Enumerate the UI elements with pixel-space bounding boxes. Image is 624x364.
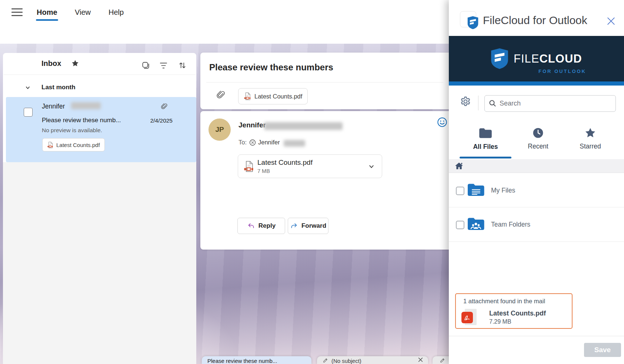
attachment-found-box[interactable]: 1 attachment found in the mail Latest Co…	[455, 293, 573, 329]
search-box	[484, 95, 616, 112]
recipient-presence-icon	[249, 139, 256, 146]
save-button[interactable]: Save	[584, 343, 621, 357]
search-input[interactable]	[484, 95, 616, 112]
star-icon	[584, 127, 597, 139]
avatar[interactable]: JP	[208, 118, 231, 141]
to-recipient-name[interactable]: Jennifer	[258, 139, 280, 146]
attachment-file-name: Latest Counts.pdf	[257, 158, 313, 167]
wordmark-bold: CLOUD	[539, 52, 582, 65]
toolbar: New mail	[0, 23, 449, 44]
pdf-file-icon	[243, 160, 254, 173]
docked-message-tab-label: Please review these numb...	[207, 358, 277, 364]
tab-recent-label: Recent	[528, 143, 548, 150]
pdf-file-icon	[47, 141, 53, 148]
tab-all-files[interactable]: All Files	[456, 119, 515, 156]
pdf-file-icon	[244, 92, 251, 100]
filecloud-tagline: FOR OUTLOOK	[514, 69, 586, 74]
folder-row-my-files[interactable]: My Files	[449, 173, 624, 207]
team-folders-checkbox[interactable]	[456, 221, 464, 229]
subject-divider	[206, 82, 443, 83]
filecloud-banner: FILECLOUD FOR OUTLOOK	[449, 36, 624, 81]
docked-message-tab[interactable]: Please review these numb...	[202, 356, 311, 364]
mail-sender: Jennifer	[42, 103, 65, 110]
attachment-found-name: Latest Counts.pdf	[489, 310, 546, 317]
search-icon	[489, 100, 496, 107]
group-label[interactable]: Last month	[41, 84, 76, 91]
docked-compose-tab[interactable]: (No subject)	[317, 356, 428, 364]
message-attachment-card[interactable]: Latest Counts.pdf 7 MB	[238, 154, 382, 178]
pencil-icon	[440, 357, 446, 363]
subject-card: Please review these numbers Latest Count…	[200, 53, 449, 109]
reply-button[interactable]: Reply	[237, 218, 285, 234]
folder-row-team-folders[interactable]: Team Folders	[449, 207, 624, 242]
mail-list-item[interactable]: Jennifer Please review these numb... 2/4…	[6, 97, 196, 162]
close-panel-icon[interactable]	[607, 17, 615, 25]
tab-help[interactable]: Help	[109, 8, 124, 17]
my-files-label: My Files	[491, 187, 515, 194]
forward-label: Forward	[301, 222, 326, 230]
app-window: Home View Help New mail	[0, 0, 624, 364]
attachment-paperclip-icon	[161, 103, 168, 111]
select-messages-icon[interactable]	[141, 61, 150, 70]
tab-recent[interactable]: Recent	[508, 119, 568, 156]
pencil-icon	[323, 357, 328, 363]
attachment-file-size: 7 MB	[257, 168, 270, 174]
header-attachment-name: Latest Counts.pdf	[254, 93, 302, 100]
docked-compose-tab-label: (No subject)	[331, 358, 361, 364]
filecloud-addin-panel: FileCloud for Outlook FILECLOUD FOR OUTL…	[449, 0, 624, 364]
tools-divider	[478, 96, 478, 110]
folder-icon	[478, 127, 493, 139]
home-icon[interactable]	[455, 162, 463, 170]
mail-attachment-chip[interactable]: Latest Counts.pdf	[42, 138, 105, 151]
settings-gear-icon[interactable]	[458, 94, 473, 108]
mail-item-checkbox[interactable]	[24, 108, 33, 117]
filecloud-shield-icon	[467, 16, 478, 30]
close-icon[interactable]	[418, 357, 423, 362]
team-folders-label: Team Folders	[491, 221, 530, 228]
attachment-found-size: 7.29 MB	[489, 318, 511, 325]
filecloud-logo-shield-icon	[491, 48, 508, 69]
addin-title: FileCloud for Outlook	[483, 14, 587, 27]
reply-label: Reply	[258, 222, 276, 230]
mail-subject: Please review these numb...	[42, 117, 139, 124]
active-tab-underline	[460, 157, 511, 158]
to-label: To:	[238, 139, 247, 146]
mail-date: 2/4/2025	[141, 117, 173, 124]
mail-list-empty-area	[3, 162, 196, 364]
hamburger-menu-icon[interactable]	[11, 8, 23, 16]
my-files-checkbox[interactable]	[456, 187, 464, 195]
accent-bar	[449, 81, 624, 86]
forward-button[interactable]: Forward	[288, 218, 328, 234]
attachments-paperclip-icon	[216, 90, 226, 101]
menu-bar: Home View Help	[0, 0, 449, 23]
clock-icon	[532, 127, 544, 139]
mail-preview: No preview is available.	[42, 127, 102, 134]
favorite-star-icon[interactable]	[71, 59, 79, 67]
reply-icon	[247, 222, 255, 230]
tab-home[interactable]: Home	[37, 8, 57, 17]
redacted-sender-surname	[71, 102, 101, 109]
message-sender-name[interactable]: Jennifer	[238, 121, 266, 129]
wordmark-thin: FILE	[514, 52, 539, 65]
sort-icon[interactable]	[178, 61, 187, 70]
attachment-found-heading: 1 attachment found in the mail	[463, 298, 545, 305]
team-folders-folder-icon	[467, 217, 485, 231]
message-subject: Please review these numbers	[209, 62, 333, 73]
tab-all-files-label: All Files	[473, 143, 498, 151]
filter-icon[interactable]	[159, 62, 168, 69]
avatar-initials: JP	[215, 126, 224, 134]
redacted-recipient-surname	[284, 140, 305, 147]
attachment-options-chevron-icon[interactable]	[368, 164, 374, 170]
folder-title: Inbox	[41, 59, 61, 68]
redacted-sender-email	[264, 122, 343, 130]
filecloud-wordmark: FILECLOUD	[514, 52, 582, 66]
tab-starred-label: Starred	[580, 143, 601, 150]
group-collapse-icon[interactable]	[25, 85, 30, 90]
header-attachment-chip[interactable]: Latest Counts.pdf	[238, 88, 308, 104]
tab-view[interactable]: View	[75, 8, 91, 17]
tab-starred[interactable]: Starred	[561, 119, 620, 156]
active-tab-underline	[36, 19, 58, 21]
acrobat-pdf-icon	[461, 312, 473, 323]
reactions-smiley-icon[interactable]	[437, 117, 447, 127]
footer-divider	[449, 336, 624, 336]
